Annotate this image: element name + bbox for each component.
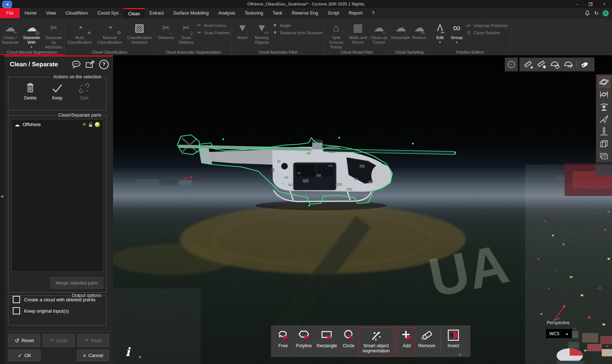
- tab-report[interactable]: Report: [344, 8, 367, 18]
- smart-object-segmentation-button[interactable]: Smart object segmentation: [359, 327, 394, 356]
- sync-icon[interactable]: ↻: [594, 10, 599, 16]
- tab-script[interactable]: Script: [323, 8, 344, 18]
- ok-button[interactable]: ✓OK: [8, 350, 40, 361]
- restore-button[interactable]: [584, 0, 597, 8]
- list-item[interactable]: ☁ Offshore ☀: [12, 120, 103, 129]
- help-icon[interactable]: ?: [99, 60, 109, 69]
- link-broken-icon: [79, 83, 90, 94]
- chain-broken-icon: ∞: [466, 23, 471, 28]
- output-legend: Output options: [70, 293, 103, 298]
- funnel-distance-icon: ▼: [272, 30, 278, 35]
- keep-button[interactable]: Keep: [46, 83, 68, 101]
- tab-analysis[interactable]: Analysis: [213, 8, 240, 18]
- tab-help[interactable]: ?: [367, 8, 379, 18]
- angle-button[interactable]: ▼Angle: [272, 23, 291, 28]
- info-icon[interactable]: i: [125, 345, 130, 359]
- scissors-patches-icon: ✂: [197, 30, 202, 35]
- lock-icon[interactable]: [88, 122, 93, 127]
- dropdown-caret-icon: ▾: [456, 40, 458, 44]
- tab-clean[interactable]: Clean: [123, 8, 145, 18]
- create-cloud-deleted-points-checkbox[interactable]: [13, 296, 20, 303]
- coordinate-system-selector[interactable]: WCS ▲: [546, 329, 572, 338]
- visibility-bulb-icon[interactable]: ☀: [82, 122, 86, 127]
- comment-icon[interactable]: [71, 60, 81, 69]
- fly-icon: [599, 114, 609, 124]
- panel-gutter: [0, 55, 5, 364]
- circle-selection-button[interactable]: Circle: [339, 327, 359, 356]
- minimize-button[interactable]: –: [570, 0, 584, 8]
- real-colors-button[interactable]: ✂Real Colors: [197, 23, 226, 28]
- cancel-button[interactable]: ×Cancel: [77, 350, 109, 361]
- scan-patches-button[interactable]: ✂Scan Patches: [197, 30, 230, 35]
- examine-button[interactable]: [598, 101, 610, 113]
- head-rotation-icon: [599, 102, 609, 111]
- detach-panel-icon[interactable]: [85, 60, 95, 69]
- free-selection-button[interactable]: Free: [273, 327, 293, 356]
- reset-button[interactable]: ↺Reset: [8, 334, 40, 347]
- parts-list[interactable]: ☁ Offshore ☀: [11, 119, 103, 272]
- axis-indicator-icon: [549, 304, 570, 322]
- undo-button[interactable]: ↶Undo: [43, 334, 74, 347]
- remove-from-selection-button[interactable]: Remove: [415, 327, 438, 356]
- close-polyline-button[interactable]: ΛClose Polyline: [466, 30, 500, 35]
- ungroup-polylines-button[interactable]: ∞Ungroup Polylines: [466, 23, 507, 28]
- fly-button[interactable]: [598, 113, 610, 125]
- tab-home[interactable]: Home: [20, 8, 41, 18]
- tab-tank[interactable]: Tank: [268, 8, 287, 18]
- panel-collapse-arrow-icon[interactable]: ◀: [0, 194, 3, 198]
- ribbon-group-cloud-sampling: ☁⋮ Resample ☁% Reduce Cloud Sampling: [390, 18, 430, 55]
- dropdown-caret-icon: ▾: [439, 40, 441, 44]
- ruler-add-icon[interactable]: [524, 59, 534, 70]
- tab-view[interactable]: View: [42, 8, 61, 18]
- keep-original-inputs-row: Keep original input(s): [13, 307, 106, 314]
- orbit-button[interactable]: [598, 76, 610, 88]
- expand-info-chevron-icon[interactable]: »: [139, 353, 142, 360]
- tab-coord-sys[interactable]: Coord Sys: [93, 8, 123, 18]
- clean-separate-panel: Clean / Separate ? Actions on the select…: [5, 55, 113, 364]
- split-button[interactable]: Split: [73, 83, 95, 101]
- title-bar: ◄ Offshore_OilandGas_SeaHorse* - Cyclone…: [0, 0, 612, 8]
- viewcube-button[interactable]: [598, 138, 610, 150]
- close-button[interactable]: ×: [597, 0, 611, 8]
- coordinate-system-label: WCS: [549, 331, 565, 336]
- tag-icon[interactable]: [580, 59, 590, 70]
- color-mode-icon[interactable]: [95, 122, 100, 127]
- funnel-noise-icon: ▼∴: [234, 20, 251, 35]
- orbit-icon: [599, 77, 609, 87]
- polyline-selection-button[interactable]: Polyline: [293, 327, 315, 356]
- redo-button[interactable]: ↷Redo: [77, 334, 109, 347]
- target-icon[interactable]: [507, 60, 516, 69]
- capture-button[interactable]: [598, 150, 610, 162]
- distance-from-scanner-button[interactable]: ▼Distance from Scanner: [272, 30, 323, 35]
- protractor-plane-icon[interactable]: [550, 59, 560, 70]
- polygon-icon: [297, 329, 311, 342]
- rectangle-selection-button[interactable]: Rectangle: [315, 327, 339, 356]
- ribbon-group-polyline-edition: Λ✂ Edit ▾ ∞ Group ▾ ∞Ungroup Polylines Λ…: [430, 18, 511, 55]
- menu-bar: File Home View CloudWorx Coord Sys Clean…: [0, 8, 612, 18]
- trash-icon: [25, 83, 35, 94]
- tab-extract[interactable]: Extract: [145, 8, 169, 18]
- tab-reverse-eng[interactable]: Reverse Eng: [287, 8, 323, 18]
- merge-selected-parts-button[interactable]: Merge selected parts: [50, 277, 103, 289]
- keep-original-inputs-checkbox[interactable]: [13, 307, 20, 314]
- tab-cloudworx[interactable]: CloudWorx: [61, 8, 93, 18]
- invert-selection-button[interactable]: Invert: [443, 327, 464, 356]
- classify-gear-icon: ◔⚙: [95, 20, 124, 35]
- add-to-selection-button[interactable]: Add: [398, 327, 415, 356]
- notifications-bell-icon[interactable]: [585, 10, 590, 16]
- constrained-orbit-button[interactable]: [598, 89, 610, 100]
- walkthrough-button[interactable]: [598, 126, 610, 137]
- tab-surface-modeling[interactable]: Surface Modeling: [169, 8, 213, 18]
- tab-texturing[interactable]: Texturing: [240, 8, 268, 18]
- back-button[interactable]: ◄: [2, 1, 12, 8]
- toolbar-more-chevron-icon[interactable]: »: [457, 353, 463, 356]
- factory-icon: ⌂∴: [325, 20, 347, 35]
- tab-file[interactable]: File: [0, 8, 20, 18]
- ruler-cube-icon[interactable]: [537, 59, 547, 70]
- buildings-icon: ▦: [348, 20, 368, 35]
- protractor-polyline-icon[interactable]: [563, 59, 574, 70]
- status-green-icon[interactable]: [603, 10, 609, 16]
- projection-label[interactable]: Perspective: [547, 320, 570, 325]
- delete-button[interactable]: Delete: [19, 83, 41, 101]
- 3d-viewport[interactable]: UA: [113, 55, 612, 364]
